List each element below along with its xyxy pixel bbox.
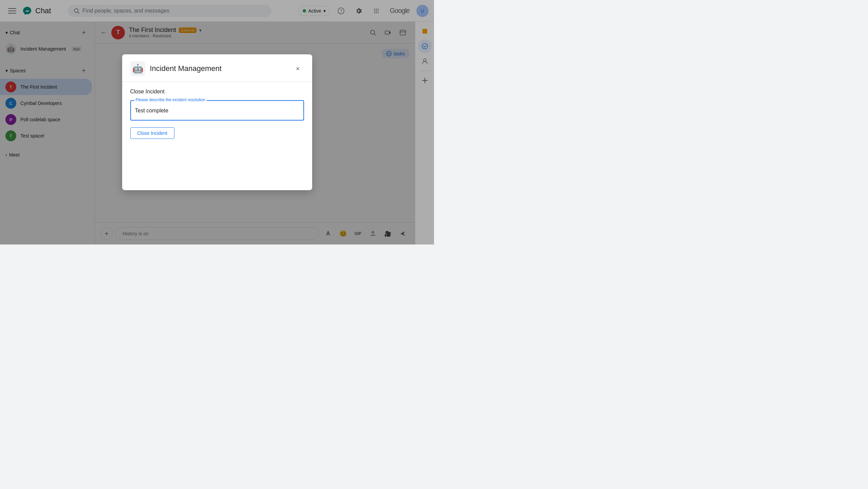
close-incident-label: Close Incident: [130, 89, 304, 95]
modal-close-button[interactable]: ×: [292, 62, 304, 75]
modal-icon: 🤖: [130, 61, 145, 76]
fieldset-legend: Please describe the incident resolution: [134, 97, 207, 102]
main-layout: ▾ Chat + 🤖 Incident Management App ▾ Spa…: [0, 22, 434, 244]
incident-management-modal: 🤖 Incident Management × Close Incident P…: [122, 54, 312, 190]
resolution-fieldset: Please describe the incident resolution: [130, 100, 304, 121]
resolution-input[interactable]: [135, 104, 299, 116]
modal-header: 🤖 Incident Management ×: [122, 54, 312, 82]
close-incident-button[interactable]: Close Incident: [130, 127, 175, 139]
modal-overlay: 🤖 Incident Management × Close Incident P…: [0, 0, 434, 244]
modal-body: Close Incident Please describe the incid…: [122, 82, 312, 190]
modal-title: Incident Management: [150, 64, 287, 73]
